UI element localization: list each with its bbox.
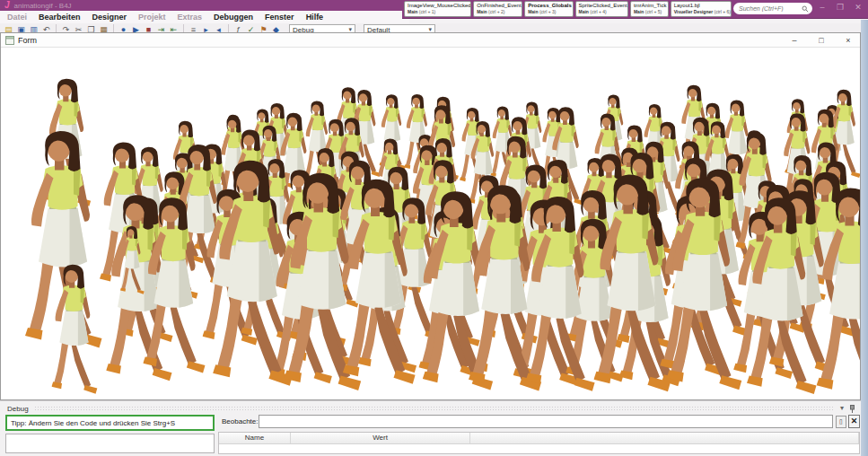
panel-header-texture <box>34 406 835 412</box>
tab-subtitle: Main (ctrl + 3) <box>528 9 569 14</box>
tab-title: Layout1.bjl <box>674 3 728 9</box>
tab-title: OnFinished_Event <box>477 3 519 9</box>
run-icon[interactable]: ▶ <box>131 24 141 32</box>
debug-panel-title: Debug <box>7 405 29 413</box>
tab-title: tmrAnim_Tick <box>634 3 665 9</box>
search-box[interactable] <box>733 3 812 14</box>
tab-tmranim_tick[interactable]: tmrAnim_TickMain (ctrl + 5) <box>630 1 669 17</box>
app-window: J animationgif - B4J DateiBearbeitenDesi… <box>0 0 868 456</box>
quick-tabs-bar: ImageView_MouseClickedMain (ctrl + 1)OnF… <box>402 0 868 19</box>
menu-item-debuggen[interactable]: Debuggen <box>214 13 253 22</box>
chevron-down-icon: ▾ <box>428 26 432 32</box>
menu-item-bearbeiten[interactable]: Bearbeiten <box>39 13 81 22</box>
build-config-dropdown[interactable]: Default ▾ <box>364 24 435 32</box>
menu-item-extras: Extras <box>178 13 203 22</box>
tab-subtitle: Main (ctrl + 2) <box>477 9 519 14</box>
undo-icon[interactable]: ↶ <box>41 24 51 32</box>
menu-item-fenster[interactable]: Fenster <box>265 13 294 22</box>
debug-panel-header: Debug ▾ <box>7 404 855 413</box>
close-button[interactable]: ✕ <box>850 1 866 14</box>
menu-item-hilfe[interactable]: Hilfe <box>306 13 324 22</box>
paste-icon[interactable]: ▦ <box>99 24 109 32</box>
compile-icon[interactable]: ● <box>118 24 128 32</box>
menu-item-designer[interactable]: Designer <box>92 13 127 22</box>
tab-title: Process_Globals <box>528 3 569 9</box>
menu-item-datei: Datei <box>7 13 27 22</box>
form-window: Form – □ × <box>0 32 861 400</box>
toolbar-separator <box>56 24 57 32</box>
step-over-icon[interactable]: ⇥ <box>156 24 166 32</box>
menu-bar: DateiBearbeitenDesignerProjektExtrasDebu… <box>0 11 409 23</box>
menu-item-projekt: Projekt <box>138 13 166 22</box>
watch-add-button[interactable]: ▯ <box>836 416 846 428</box>
walking-woman-sprite <box>25 131 102 348</box>
search-input[interactable] <box>737 4 800 13</box>
toolbar: ▤▣▥↶↷✂❐▦●▶■⇥⇤≡▸◂ƒ✓⚑◆ Debug ▾ Default ▾ <box>0 23 861 32</box>
cut-icon[interactable]: ✂ <box>74 24 83 32</box>
function-list-icon[interactable]: ƒ <box>233 24 243 32</box>
tab-process_globals[interactable]: Process_GlobalsMain (ctrl + 3) <box>524 1 573 17</box>
tab-spriteclicked_event[interactable]: SpriteClicked_EventMain (ctrl + 4) <box>575 1 628 17</box>
step-into-icon[interactable]: ⇤ <box>169 24 179 32</box>
build-mode-dropdown[interactable]: Debug ▾ <box>289 24 355 32</box>
tab-subtitle: Visueller Designer (ctrl + 6) <box>674 9 728 14</box>
watch-close-button[interactable]: ✕ <box>848 415 860 428</box>
right-edge-strip <box>861 20 868 456</box>
watch-table-header: NameWert <box>219 433 859 444</box>
tab-onfinished_event[interactable]: OnFinished_EventMain (ctrl + 2) <box>473 1 522 17</box>
build-mode-value: Debug <box>293 26 314 32</box>
open-file-icon[interactable]: ▣ <box>16 24 26 32</box>
redo-icon[interactable]: ↷ <box>61 24 71 32</box>
tab-strip: ImageView_MouseClickedMain (ctrl + 1)OnF… <box>404 1 732 17</box>
watch-table: NameWert <box>218 432 860 454</box>
minimize-button[interactable]: – <box>814 1 830 14</box>
toolbar-separator <box>113 24 114 32</box>
check-icon[interactable]: ✓ <box>246 24 256 32</box>
stop-icon[interactable]: ■ <box>144 24 153 32</box>
panel-collapse-icon[interactable]: ▾ <box>840 405 844 412</box>
form-maximize-button[interactable]: □ <box>810 36 833 45</box>
form-title-bar: Form – □ × <box>1 33 860 48</box>
walking-woman-sprite <box>51 265 97 394</box>
modules-icon[interactable]: ◆ <box>271 24 281 32</box>
watch-column-name[interactable]: Name <box>219 433 291 443</box>
debug-panel: Debug ▾ Tipp: Ändern Sie den Code und dr… <box>0 400 868 456</box>
search-icon <box>802 5 809 13</box>
tab-subtitle: Main (ctrl + 1) <box>408 9 468 14</box>
form-window-title: Form <box>18 36 779 45</box>
window-title: animationgif - B4J <box>14 2 72 10</box>
watch-input[interactable] <box>259 415 833 428</box>
tip-message: Tipp: Ändern Sie den Code und drücken Si… <box>5 415 215 431</box>
tab-subtitle: Main (ctrl + 5) <box>634 9 665 14</box>
toolbar-separator <box>228 24 229 32</box>
bookmark-icon[interactable]: ⚑ <box>259 24 268 32</box>
sprite-image-view[interactable] <box>1 48 860 399</box>
b4j-logo-icon: J <box>4 1 10 10</box>
tab-title: ImageView_MouseClicked <box>408 3 468 9</box>
watch-label: Beobachte: <box>222 417 258 425</box>
maximize-button[interactable]: ❐ <box>832 1 848 14</box>
log-area <box>5 434 215 453</box>
build-config-value: Default <box>367 26 390 32</box>
watch-column-wert[interactable]: Wert <box>291 433 470 443</box>
tab-layout1.bjl[interactable]: Layout1.bjlVisueller Designer (ctrl + 6) <box>671 1 732 17</box>
toggle-comment-icon[interactable]: ≡ <box>189 24 198 32</box>
copy-icon[interactable]: ❐ <box>86 24 96 32</box>
tab-subtitle: Main (ctrl + 4) <box>579 9 625 14</box>
save-all-icon[interactable]: ▥ <box>29 24 39 32</box>
walking-women-crowd <box>1 48 860 399</box>
new-file-icon[interactable]: ▤ <box>4 24 13 32</box>
toolbar-separator <box>183 24 184 32</box>
pin-icon[interactable] <box>849 405 855 413</box>
outdent-icon[interactable]: ◂ <box>214 24 224 32</box>
tab-title: SpriteClicked_Event <box>579 3 625 9</box>
watch-column-empty <box>470 433 859 443</box>
form-minimize-button[interactable]: – <box>783 36 806 45</box>
form-close-button[interactable]: × <box>837 36 860 45</box>
chevron-down-icon: ▾ <box>348 26 352 32</box>
form-icon <box>5 36 14 45</box>
indent-icon[interactable]: ▸ <box>201 24 211 32</box>
tab-imageview_mouseclicked[interactable]: ImageView_MouseClickedMain (ctrl + 1) <box>404 1 471 17</box>
